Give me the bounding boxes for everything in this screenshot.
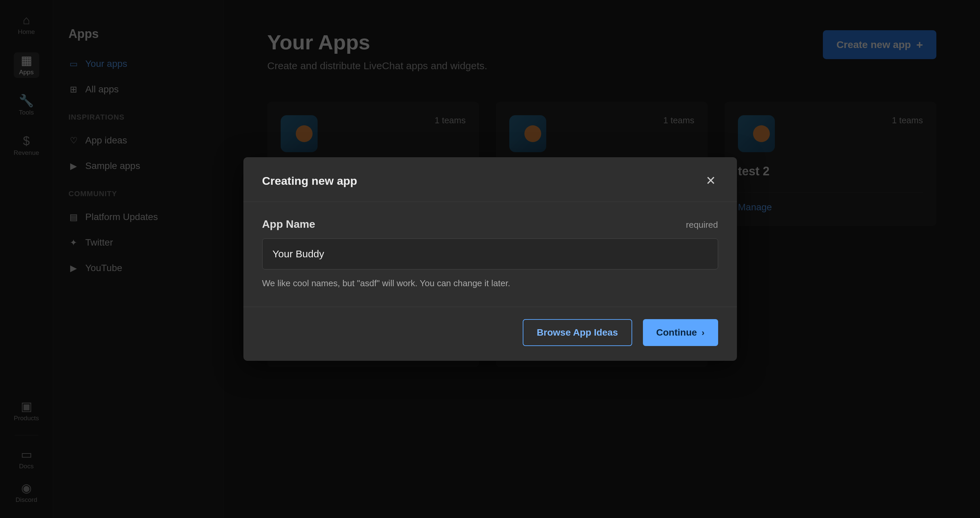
close-button[interactable]: ✕ [703, 173, 718, 188]
continue-button[interactable]: Continue › [643, 319, 718, 346]
modal-title: Creating new app [262, 174, 357, 188]
field-hint: We like cool names, but "asdf" will work… [262, 278, 718, 288]
browse-app-ideas-button[interactable]: Browse App Ideas [523, 319, 632, 346]
close-icon: ✕ [706, 174, 716, 188]
button-label: Browse App Ideas [537, 327, 618, 338]
chevron-right-icon: › [702, 328, 705, 338]
field-label-app-name: App Name [262, 218, 315, 230]
modal-overlay: Creating new app ✕ App Name required We … [0, 0, 980, 518]
required-indicator: required [686, 220, 718, 230]
create-app-modal: Creating new app ✕ App Name required We … [243, 157, 737, 361]
app-name-input[interactable] [262, 239, 718, 269]
button-label: Continue [656, 327, 697, 338]
